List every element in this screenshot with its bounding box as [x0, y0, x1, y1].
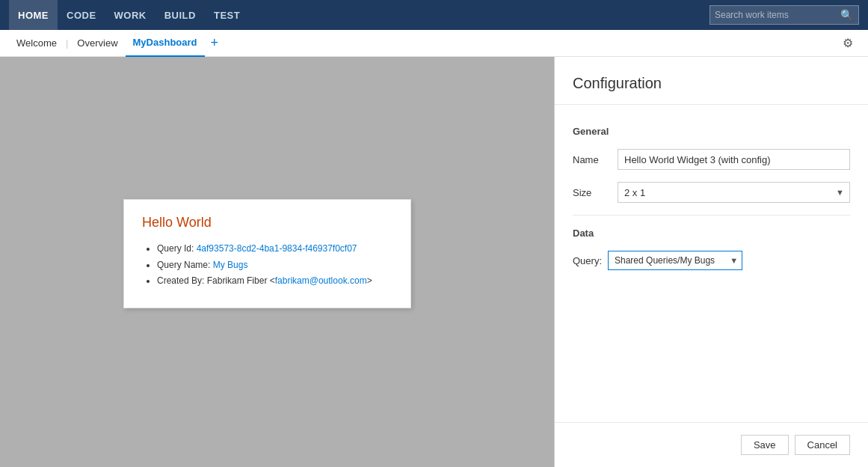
config-divider: [573, 215, 850, 216]
config-query-select-wrapper: Shared Queries/My Bugs Shared Queries/Al…: [608, 251, 742, 270]
config-general-section-title: General: [573, 126, 850, 137]
sub-nav-sep-1: |: [66, 37, 68, 49]
settings-gear-button[interactable]: ⚙: [837, 36, 859, 50]
add-dashboard-button[interactable]: +: [205, 30, 225, 57]
config-title: Configuration: [555, 57, 868, 105]
config-size-select-wrapper: 2 x 1 2 x 2 4 x 1 4 x 2 ▼: [618, 182, 850, 203]
config-size-label: Size: [573, 187, 618, 198]
list-item: Created By: Fabrikam Fiber <fabrikam@out…: [157, 273, 393, 290]
sub-nav-item-overview[interactable]: Overview: [70, 30, 125, 57]
config-data-section-title: Data: [573, 228, 850, 239]
dashboard-area: Hello World Query Id: 4af93573-8cd2-4ba1…: [0, 57, 554, 467]
widget-title: Hello World: [142, 215, 393, 231]
top-nav: HOME CODE WORK BUILD TEST 🔍: [0, 0, 868, 30]
nav-item-work[interactable]: WORK: [105, 0, 156, 30]
config-query-label: Query:: [573, 255, 602, 266]
save-button[interactable]: Save: [741, 435, 789, 455]
config-size-field: Size 2 x 1 2 x 2 4 x 1 4 x 2 ▼: [573, 182, 850, 203]
nav-item-test[interactable]: TEST: [205, 0, 249, 30]
sub-nav-item-mydashboard[interactable]: MyDashboard: [126, 30, 205, 57]
config-footer: Save Cancel: [555, 422, 868, 467]
config-size-select[interactable]: 2 x 1 2 x 2 4 x 1 4 x 2: [618, 182, 850, 203]
search-box: 🔍: [710, 5, 859, 25]
nav-item-code[interactable]: CODE: [58, 0, 105, 30]
config-query-row: Query: Shared Queries/My Bugs Shared Que…: [573, 251, 850, 270]
sub-nav: Welcome | Overview MyDashboard + ⚙: [0, 30, 868, 57]
config-name-input[interactable]: [618, 149, 850, 170]
config-body: General Name Size 2 x 1 2 x 2 4 x 1 4 x …: [555, 105, 868, 422]
list-item: Query Name: My Bugs: [157, 257, 393, 274]
sub-nav-item-welcome[interactable]: Welcome: [9, 30, 64, 57]
config-panel: Configuration General Name Size 2 x 1 2 …: [554, 57, 868, 467]
nav-item-home[interactable]: HOME: [9, 0, 58, 30]
config-data-section: Data Query: Shared Queries/My Bugs Share…: [573, 228, 850, 270]
main-area: Hello World Query Id: 4af93573-8cd2-4ba1…: [0, 57, 868, 467]
config-name-label: Name: [573, 154, 618, 165]
nav-item-build[interactable]: BUILD: [156, 0, 205, 30]
search-input[interactable]: [710, 10, 837, 20]
config-name-field: Name: [573, 149, 850, 170]
search-button[interactable]: 🔍: [837, 9, 856, 21]
list-item: Query Id: 4af93573-8cd2-4ba1-9834-f46937…: [157, 241, 393, 257]
config-query-select[interactable]: Shared Queries/My Bugs Shared Queries/Al…: [608, 251, 742, 270]
widget-card: Hello World Query Id: 4af93573-8cd2-4ba1…: [123, 199, 411, 308]
cancel-button[interactable]: Cancel: [795, 435, 850, 455]
widget-list: Query Id: 4af93573-8cd2-4ba1-9834-f46937…: [142, 241, 393, 290]
